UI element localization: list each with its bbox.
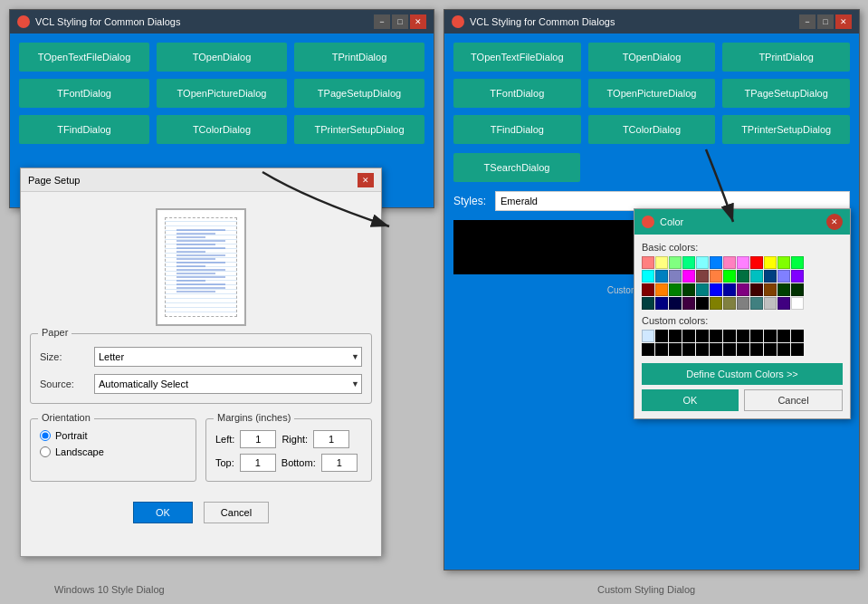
- color-cancel-btn[interactable]: Cancel: [744, 389, 843, 411]
- portrait-radio[interactable]: [40, 430, 51, 441]
- custom-color-cell[interactable]: [669, 330, 682, 342]
- basic-color-cell[interactable]: [710, 283, 722, 296]
- left-maximize-btn[interactable]: □: [392, 14, 408, 29]
- right-margin-input[interactable]: [313, 430, 349, 448]
- basic-color-cell[interactable]: [723, 270, 736, 283]
- basic-color-cell[interactable]: [696, 256, 709, 269]
- custom-color-cell[interactable]: [764, 343, 777, 356]
- basic-color-cell[interactable]: [737, 270, 749, 283]
- custom-color-cell[interactable]: [655, 330, 668, 342]
- basic-color-cell[interactable]: [710, 297, 722, 310]
- custom-color-cell[interactable]: [737, 330, 749, 342]
- custom-color-cell[interactable]: [696, 343, 709, 356]
- color-ok-btn[interactable]: OK: [642, 389, 739, 411]
- color-close-btn[interactable]: ✕: [826, 214, 843, 230]
- pagesetup-ok-btn[interactable]: OK: [133, 502, 193, 523]
- left-btn-3[interactable]: TFontDialog: [19, 79, 149, 108]
- basic-color-cell[interactable]: [642, 297, 654, 310]
- basic-color-cell[interactable]: [655, 270, 668, 283]
- basic-color-cell[interactable]: [737, 256, 749, 269]
- basic-color-cell[interactable]: [791, 256, 804, 269]
- left-btn-5[interactable]: TPageSetupDialog: [294, 79, 424, 108]
- basic-color-cell[interactable]: [710, 270, 722, 283]
- right-btn-0[interactable]: TOpenTextFileDialog: [453, 43, 581, 72]
- custom-color-cell[interactable]: [642, 343, 654, 356]
- right-btn-3[interactable]: TFontDialog: [453, 79, 581, 108]
- custom-color-cell[interactable]: [723, 343, 736, 356]
- custom-color-cell[interactable]: [723, 330, 736, 342]
- basic-color-cell[interactable]: [642, 256, 654, 269]
- right-btn-8[interactable]: TPrinterSetupDialog: [722, 115, 850, 144]
- basic-color-cell[interactable]: [764, 270, 777, 283]
- basic-color-cell[interactable]: [682, 270, 695, 283]
- basic-color-cell[interactable]: [642, 270, 654, 283]
- basic-color-cell[interactable]: [777, 256, 790, 269]
- custom-color-cell[interactable]: [710, 330, 722, 342]
- custom-color-cell[interactable]: [737, 343, 749, 356]
- left-margin-input[interactable]: [240, 430, 276, 448]
- right-btn-6[interactable]: TFindDialog: [453, 115, 581, 144]
- custom-color-cell[interactable]: [791, 330, 804, 342]
- custom-color-cell[interactable]: [682, 343, 695, 356]
- left-minimize-btn[interactable]: −: [374, 14, 390, 29]
- basic-color-cell[interactable]: [696, 297, 709, 310]
- left-btn-8[interactable]: TPrinterSetupDialog: [294, 115, 424, 144]
- custom-color-cell[interactable]: [642, 330, 654, 342]
- basic-color-cell[interactable]: [669, 297, 682, 310]
- basic-color-cell[interactable]: [723, 256, 736, 269]
- top-margin-input[interactable]: [240, 454, 276, 472]
- custom-color-cell[interactable]: [682, 330, 695, 342]
- custom-color-cell[interactable]: [669, 343, 682, 356]
- right-btn-7[interactable]: TColorDialog: [588, 115, 716, 144]
- right-btn-2[interactable]: TPrintDialog: [722, 43, 850, 72]
- custom-color-cell[interactable]: [750, 330, 763, 342]
- basic-color-cell[interactable]: [764, 297, 777, 310]
- custom-color-cell[interactable]: [777, 343, 790, 356]
- right-maximize-btn[interactable]: □: [817, 14, 834, 29]
- size-select[interactable]: Letter: [94, 347, 362, 367]
- basic-color-cell[interactable]: [682, 283, 695, 296]
- basic-color-cell[interactable]: [655, 297, 668, 310]
- custom-color-cell[interactable]: [750, 343, 763, 356]
- right-btn-1[interactable]: TOpenDialog: [588, 43, 716, 72]
- left-close-btn[interactable]: ✕: [410, 14, 426, 29]
- basic-color-cell[interactable]: [764, 283, 777, 296]
- left-btn-7[interactable]: TColorDialog: [157, 115, 287, 144]
- basic-color-cell[interactable]: [669, 283, 682, 296]
- basic-color-cell[interactable]: [750, 283, 763, 296]
- basic-color-cell[interactable]: [791, 283, 804, 296]
- basic-color-cell[interactable]: [682, 297, 695, 310]
- right-btn-4[interactable]: TOpenPictureDialog: [588, 79, 716, 108]
- basic-color-cell[interactable]: [723, 283, 736, 296]
- basic-color-cell[interactable]: [750, 297, 763, 310]
- bottom-margin-input[interactable]: [321, 454, 358, 472]
- left-btn-0[interactable]: TOpenTextFileDialog: [19, 43, 149, 72]
- left-btn-4[interactable]: TOpenPictureDialog: [157, 79, 287, 108]
- custom-color-cell[interactable]: [764, 330, 777, 342]
- custom-color-cell[interactable]: [777, 330, 790, 342]
- right-minimize-btn[interactable]: −: [799, 14, 816, 29]
- basic-color-cell[interactable]: [750, 270, 763, 283]
- define-custom-colors-btn[interactable]: Define Custom Colors >>: [642, 363, 843, 385]
- custom-color-cell[interactable]: [655, 343, 668, 356]
- basic-color-cell[interactable]: [682, 256, 695, 269]
- basic-color-cell[interactable]: [642, 283, 654, 296]
- custom-color-cell[interactable]: [791, 343, 804, 356]
- basic-color-cell[interactable]: [723, 297, 736, 310]
- basic-color-cell[interactable]: [669, 256, 682, 269]
- basic-color-cell[interactable]: [791, 297, 804, 310]
- basic-color-cell[interactable]: [655, 283, 668, 296]
- basic-color-cell[interactable]: [737, 283, 749, 296]
- basic-color-cell[interactable]: [710, 256, 722, 269]
- basic-color-cell[interactable]: [777, 270, 790, 283]
- basic-color-cell[interactable]: [669, 270, 682, 283]
- pagesetup-cancel-btn[interactable]: Cancel: [204, 502, 269, 523]
- right-close-btn[interactable]: ✕: [835, 14, 852, 29]
- right-btn-9[interactable]: TSearchDialog: [453, 153, 580, 182]
- basic-color-cell[interactable]: [696, 270, 709, 283]
- pagesetup-close-btn[interactable]: ✕: [358, 173, 374, 187]
- basic-color-cell[interactable]: [777, 283, 790, 296]
- right-btn-5[interactable]: TPageSetupDialog: [722, 79, 850, 108]
- left-btn-1[interactable]: TOpenDialog: [157, 43, 287, 72]
- basic-color-cell[interactable]: [696, 283, 709, 296]
